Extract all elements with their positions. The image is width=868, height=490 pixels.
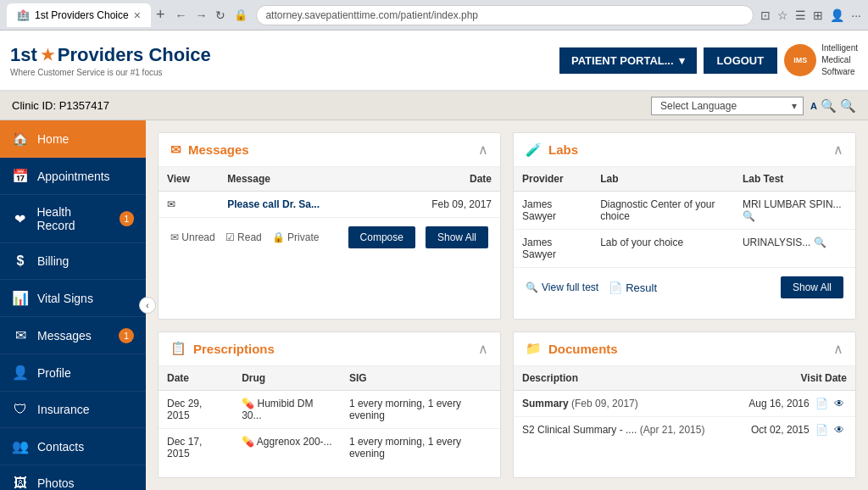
contacts-icon: 👥 (12, 438, 29, 454)
star-icon[interactable]: ☆ (777, 8, 788, 22)
documents-title-icon: 📁 (526, 341, 542, 356)
app-header: 1st★Providers Choice Where Customer Serv… (0, 31, 868, 92)
accessibility-icons[interactable]: A 🔍 🔍 (810, 98, 856, 114)
sidebar-label-contacts: Contacts (37, 440, 84, 454)
sidebar-item-appointments[interactable]: 📅 Appointments (0, 158, 146, 195)
browser-nav-controls: ← → ↻ 🔒 (173, 7, 249, 24)
presc-drug-1: 💊 Humibid DM 30... (233, 390, 341, 428)
browser-chrome: 🏥 1st Providers Choice × + ← → ↻ 🔒 attor… (0, 0, 868, 31)
labs-panel: 🧪 Labs ∧ Provider Lab Lab Test (513, 132, 856, 320)
msg-text[interactable]: Please call Dr. Sa... (219, 192, 384, 218)
main-layout: 🏠 Home 📅 Appointments ❤ Health Record 1 … (0, 120, 868, 490)
sidebar-label-appointments: Appointments (37, 170, 110, 183)
small-a-icon[interactable]: A (810, 101, 817, 111)
sidebar-item-billing[interactable]: $ Billing (0, 243, 146, 280)
sidebar-collapse-button[interactable]: ‹ (139, 297, 156, 314)
health-record-badge: 1 (120, 211, 135, 226)
sidebar-label-messages: Messages (37, 329, 92, 342)
insurance-icon: 🛡 (12, 402, 29, 417)
lab-search-icon-1[interactable]: 🔍 (743, 210, 755, 222)
table-row: ✉ Please call Dr. Sa... Feb 09, 2017 (159, 192, 500, 218)
address-bar[interactable]: attorney.savepatienttime.com/patient/ind… (256, 5, 754, 25)
more-icon[interactable]: ··· (851, 8, 861, 22)
doc-view-icon-1[interactable]: 👁 (834, 398, 844, 409)
labs-collapse-button[interactable]: ∧ (833, 142, 843, 158)
sidebar-item-photos[interactable]: 🖼 Photos (0, 465, 146, 490)
sidebar-item-vital-signs[interactable]: 📊 Vital Signs (0, 280, 146, 317)
doc-actions-2: 📄 👁 (815, 424, 847, 436)
back-button[interactable]: ← (173, 7, 188, 24)
messages-show-all-button[interactable]: Show All (426, 226, 488, 248)
content-area: ✉ Messages ∧ View Message Date (146, 120, 868, 490)
presc-col-drug: Drug (233, 366, 341, 391)
messages-panel-body: View Message Date ✉ Please call Dr. Sa..… (159, 167, 500, 217)
documents-collapse-button[interactable]: ∧ (833, 341, 843, 357)
presc-sig-1: 1 every morning, 1 every evening (341, 390, 500, 428)
search-icon-2[interactable]: 🔍 (840, 98, 856, 114)
labs-col-lab: Lab (592, 167, 734, 192)
sidebar-item-health-record[interactable]: ❤ Health Record 1 (0, 195, 146, 243)
lab-test-1: MRI LUMBAR SPIN... 🔍 (734, 192, 855, 230)
prescriptions-panel-header: 📋 Prescriptions ∧ (159, 332, 500, 366)
doc-file-icon-2[interactable]: 📄 (815, 424, 828, 436)
messages-title-icon: ✉ (170, 142, 181, 158)
compose-button[interactable]: Compose (348, 226, 415, 248)
logo-text-1: 1st (10, 44, 37, 66)
documents-table: Description Visit Date Summary (Feb 09, … (514, 366, 855, 443)
lab-search-icon-2[interactable]: 🔍 (814, 237, 826, 248)
language-select-wrapper[interactable]: Select Language English Spanish French (651, 97, 804, 115)
menu-icon[interactable]: ☰ (795, 8, 806, 22)
sidebar-item-home[interactable]: 🏠 Home (0, 120, 146, 158)
sidebar-item-messages[interactable]: ✉ Messages 1 (0, 317, 146, 354)
prescriptions-collapse-button[interactable]: ∧ (478, 341, 488, 357)
doc-file-icon-1[interactable]: 📄 (815, 398, 828, 409)
lock-icon: 🔒 (232, 7, 249, 23)
language-select[interactable]: Select Language English Spanish French (651, 97, 804, 115)
messages-collapse-button[interactable]: ∧ (478, 142, 488, 158)
labs-show-all-button[interactable]: Show All (781, 276, 843, 298)
messages-panel-footer: ✉ Unread ☑ Read 🔒 Private Compose Show A… (159, 217, 500, 257)
doc-visit-date-2: Oct 02, 2015 📄 👁 (731, 416, 855, 443)
patient-portal-chevron: ▾ (679, 54, 685, 67)
search-icon-1[interactable]: 🔍 (821, 98, 837, 114)
sidebar-label-insurance: Insurance (37, 403, 89, 416)
patient-portal-button[interactable]: PATIENT PORTAL... ▾ (559, 47, 697, 74)
health-record-icon: ❤ (12, 211, 28, 227)
sidebar-item-profile[interactable]: 👤 Profile (0, 354, 146, 392)
prescriptions-table: Date Drug SIG Dec 29, 2015 💊 Humibid DM … (159, 366, 500, 466)
tab-title: 1st Providers Choice (35, 9, 129, 21)
clinic-bar: Clinic ID: P1357417 Select Language Engl… (0, 92, 868, 120)
doc-col-visit-date: Visit Date (731, 366, 855, 391)
lab-provider-2: James Sawyer (514, 230, 592, 268)
forward-button[interactable]: → (193, 7, 209, 24)
profile-icon[interactable]: 👤 (830, 8, 844, 22)
ims-logo: IMS Intelligent Medical Software (784, 42, 858, 78)
sidebar-item-contacts[interactable]: 👥 Contacts (0, 428, 146, 465)
table-row: James Sawyer Diagnostic Center of your c… (514, 192, 855, 230)
view-full-test-link[interactable]: 🔍 View full test (526, 281, 598, 293)
prescriptions-panel-body: Date Drug SIG Dec 29, 2015 💊 Humibid DM … (159, 366, 500, 466)
lab-test-2: URINALYSIS... 🔍 (734, 230, 855, 268)
doc-col-description: Description (514, 366, 731, 391)
documents-panel: 📁 Documents ∧ Description Visit Date (513, 331, 856, 479)
logo-area: 1st★Providers Choice Where Customer Serv… (10, 44, 211, 77)
labs-panel-footer: 🔍 View full test 📄 Result Show All (514, 267, 855, 307)
new-tab-button[interactable]: + (156, 6, 165, 24)
browser-tab[interactable]: 🏥 1st Providers Choice × (7, 3, 151, 27)
result-link[interactable]: 📄 Result (609, 281, 657, 294)
messages-panel-header: ✉ Messages ∧ (159, 133, 500, 167)
ims-circle: IMS (784, 44, 816, 76)
labs-panel-title: 🧪 Labs (526, 142, 578, 158)
refresh-button[interactable]: ↻ (214, 7, 227, 24)
doc-view-icon-2[interactable]: 👁 (834, 424, 844, 436)
sidebar-item-insurance[interactable]: 🛡 Insurance (0, 392, 146, 428)
logo-text-2: Providers Choice (58, 44, 211, 66)
pill-icon-2: 💊 (242, 436, 254, 448)
presc-col-sig: SIG (341, 366, 500, 391)
tab-close-button[interactable]: × (134, 8, 141, 22)
tab-favicon: 🏥 (17, 9, 30, 21)
table-row: James Sawyer Lab of your choice URINALYS… (514, 230, 855, 268)
bookmark-icon[interactable]: ⊡ (760, 8, 771, 22)
extensions-icon[interactable]: ⊞ (813, 8, 823, 22)
logout-button[interactable]: LOGOUT (704, 47, 778, 74)
